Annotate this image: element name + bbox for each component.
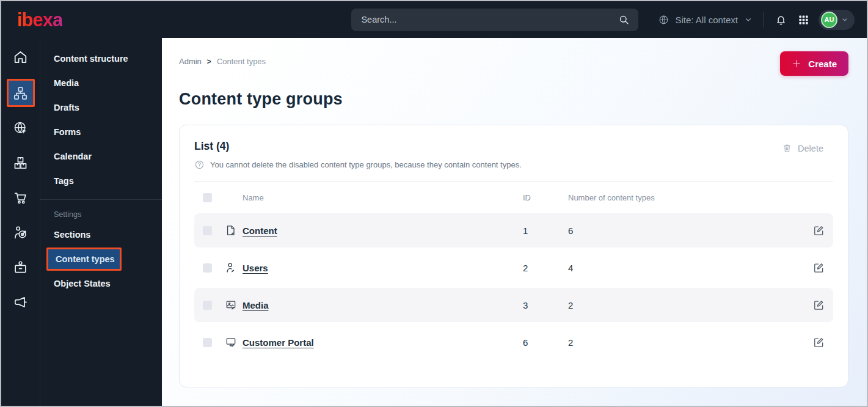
icon-rail [1, 38, 40, 406]
main-header: Admin > Content types Create [179, 51, 848, 76]
list-card: List (4) You cannot delete the disabled … [179, 125, 848, 387]
sidebar-item-content-structure[interactable]: Content structure [40, 46, 162, 71]
row-checkbox[interactable] [203, 301, 212, 310]
ibexa-logo: ibexa [17, 10, 62, 29]
admin-icon [12, 259, 29, 276]
sidebar-menu: Content structure Media Drafts Forms Cal… [40, 38, 162, 406]
sidebar-item-tags[interactable]: Tags [40, 169, 162, 193]
search-input[interactable] [361, 15, 618, 24]
main-content: Admin > Content types Create Content typ… [162, 38, 867, 406]
sidebar-section-label: Settings [40, 200, 162, 223]
group-link-content[interactable]: Content [243, 226, 523, 236]
app-switcher-button[interactable] [798, 14, 809, 26]
group-count: 6 [568, 226, 803, 236]
rail-item-dashboard[interactable] [8, 44, 34, 70]
topbar-divider [764, 12, 764, 28]
breadcrumb-admin[interactable]: Admin [179, 57, 202, 66]
plus-icon [792, 59, 801, 68]
edit-icon [812, 224, 825, 237]
group-id: 2 [523, 263, 568, 273]
commerce-icon [12, 189, 29, 206]
edit-group-button[interactable] [803, 262, 825, 274]
rail-item-marketing[interactable] [8, 289, 34, 315]
notifications-button[interactable] [775, 13, 787, 26]
help-circle-icon [194, 160, 205, 170]
bell-icon [775, 13, 787, 26]
globe-icon [658, 14, 669, 26]
chevron-down-icon [841, 15, 849, 24]
table-row: Customer Portal 6 2 [194, 325, 833, 359]
sidebar-item-calendar[interactable]: Calendar [40, 144, 162, 169]
group-id: 3 [523, 300, 568, 310]
table-row: Users 2 4 [194, 251, 833, 285]
monitor-edit-icon [225, 336, 243, 348]
top-bar: ibexa Site: All context [1, 1, 867, 38]
file-edit-icon [225, 224, 243, 237]
user-menu[interactable]: AU [819, 10, 855, 30]
edit-group-button[interactable] [803, 224, 825, 237]
rail-item-product-catalog[interactable] [8, 150, 34, 175]
site-context-label: Site: All context [675, 15, 738, 25]
row-checkbox[interactable] [203, 338, 212, 347]
group-id: 6 [523, 337, 568, 348]
group-count: 4 [568, 263, 803, 273]
product-catalog-icon [12, 155, 29, 171]
breadcrumb: Admin > Content types [179, 51, 266, 66]
grid-icon [798, 14, 809, 26]
edit-group-button[interactable] [803, 336, 825, 348]
group-link-media[interactable]: Media [243, 300, 523, 310]
sidebar-item-content-types[interactable]: Content types [46, 248, 122, 271]
site-icon [12, 120, 29, 136]
search-icon[interactable] [618, 14, 630, 26]
page-title: Content type groups [179, 90, 848, 109]
app-window: ibexa Site: All context [0, 0, 868, 407]
group-id: 1 [523, 226, 568, 236]
list-title: List (4) [194, 140, 833, 153]
group-link-customer-portal[interactable]: Customer Portal [243, 337, 523, 348]
site-context-selector[interactable]: Site: All context [658, 14, 753, 26]
breadcrumb-current: Content types [217, 57, 266, 66]
edit-icon [812, 299, 825, 311]
group-count: 2 [568, 337, 803, 348]
image-edit-icon [225, 299, 243, 311]
sidebar-item-sections[interactable]: Sections [40, 223, 162, 246]
rail-item-commerce[interactable] [8, 185, 34, 210]
breadcrumb-separator: > [207, 57, 211, 66]
group-count: 2 [568, 300, 803, 310]
body: Content structure Media Drafts Forms Cal… [1, 38, 867, 406]
rail-item-site[interactable] [8, 115, 34, 141]
create-button[interactable]: Create [780, 51, 848, 76]
edit-icon [812, 336, 825, 348]
global-search[interactable] [351, 9, 638, 31]
select-all-checkbox[interactable] [203, 193, 212, 202]
content-type-groups-table: Name ID Number of content types Content … [194, 182, 833, 359]
personalization-icon [12, 224, 29, 241]
rail-item-content-structure[interactable] [7, 79, 35, 107]
home-icon [12, 49, 29, 65]
sidebar-item-object-states[interactable]: Object States [40, 272, 162, 295]
rail-item-admin[interactable] [8, 254, 34, 280]
edit-icon [812, 262, 825, 274]
sidebar-item-media[interactable]: Media [40, 71, 162, 95]
table-row: Media 3 2 [194, 288, 833, 322]
edit-group-button[interactable] [803, 299, 825, 311]
header-id: ID [523, 193, 568, 202]
avatar: AU [821, 12, 837, 28]
list-note-text: You cannot delete the disabled content t… [210, 160, 522, 169]
row-checkbox[interactable] [203, 263, 212, 273]
rail-item-personalization[interactable] [8, 219, 34, 245]
sidebar-item-forms[interactable]: Forms [40, 120, 162, 144]
header-count: Number of content types [568, 193, 803, 202]
list-note: You cannot delete the disabled content t… [194, 160, 833, 170]
sidebar-item-drafts[interactable]: Drafts [40, 95, 162, 120]
group-link-users[interactable]: Users [243, 263, 523, 273]
table-header: Name ID Number of content types [194, 182, 833, 213]
chevron-down-icon [743, 15, 753, 24]
delete-button[interactable]: Delete [782, 143, 823, 153]
create-button-label: Create [808, 59, 837, 69]
row-checkbox[interactable] [203, 226, 212, 235]
table-row: Content 1 6 [194, 213, 833, 248]
header-name: Name [243, 193, 523, 202]
marketing-icon [12, 294, 29, 310]
trash-icon [782, 143, 792, 153]
